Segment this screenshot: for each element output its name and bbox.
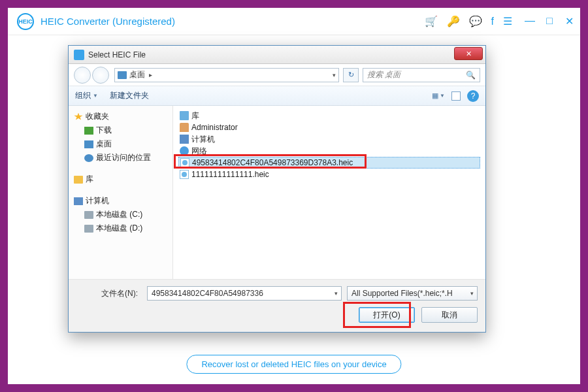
address-separator: ▸ — [149, 71, 152, 78]
tree-downloads[interactable]: 下载 — [71, 123, 170, 137]
list-item[interactable]: 计算机 — [178, 133, 480, 145]
filename-value: 49583414802C4F80A54987336 — [152, 289, 263, 298]
filename-label: 文件名(N): — [76, 288, 142, 299]
desktop-icon — [118, 71, 127, 79]
organize-menu[interactable]: 组织 ▼ — [75, 90, 98, 101]
app-window: HEIC Converter (Unregistered) 🛒 🔑 💬 f ☰ … — [8, 8, 580, 384]
download-icon — [84, 127, 93, 135]
list-item[interactable]: Administrator — [178, 122, 480, 133]
list-item[interactable]: 网络 — [178, 145, 480, 157]
search-icon: 🔍 — [466, 71, 476, 80]
app-body: Select HEIC File ✕ 桌面 ▸ ▾ ↻ 搜索 桌面 🔍 — [8, 35, 580, 384]
maximize-button[interactable]: □ — [544, 15, 555, 27]
nav-back-forward — [74, 67, 110, 84]
disk-icon — [84, 225, 93, 233]
dialog-nav-bar: 桌面 ▸ ▾ ↻ 搜索 桌面 🔍 — [69, 64, 485, 86]
desktop-icon — [84, 140, 93, 148]
file-list[interactable]: 库 Administrator 计算机 网络 49583414802C4F80A… — [173, 106, 485, 279]
dialog-close-button[interactable]: ✕ — [454, 47, 483, 60]
app-logo-icon — [17, 13, 34, 30]
address-bar[interactable]: 桌面 ▸ ▾ — [114, 68, 339, 82]
help-button[interactable]: ? — [467, 90, 479, 102]
address-text: 桌面 — [129, 69, 145, 80]
key-icon[interactable]: 🔑 — [447, 15, 460, 27]
chevron-down-icon[interactable]: ▾ — [470, 290, 474, 297]
recover-link[interactable]: Recover lost or deleted HEIC files on yo… — [186, 355, 401, 374]
chevron-down-icon: ▼ — [440, 93, 445, 99]
user-icon — [180, 123, 189, 132]
chevron-down-icon[interactable]: ▾ — [335, 290, 338, 297]
folder-tree[interactable]: 收藏夹 下载 桌面 最近访问的位置 库 计算机 本地磁盘 (C:) 本地磁盘 (… — [69, 106, 173, 279]
preview-pane-button[interactable] — [451, 91, 461, 101]
search-input[interactable]: 搜索 桌面 🔍 — [363, 68, 480, 82]
close-button[interactable]: ✕ — [563, 15, 575, 27]
heic-file-icon — [180, 158, 189, 167]
library-icon — [74, 176, 83, 184]
filename-input[interactable]: 49583414802C4F80A54987336 ▾ — [147, 286, 342, 301]
nav-forward-button[interactable] — [92, 67, 109, 84]
dialog-toolbar: 组织 ▼ 新建文件夹 ▦ ▼ ? — [69, 86, 485, 106]
tree-disk-d[interactable]: 本地磁盘 (D:) — [71, 221, 170, 235]
menu-icon[interactable]: ☰ — [503, 15, 512, 27]
dialog-titlebar: Select HEIC File ✕ — [69, 46, 485, 64]
file-open-dialog: Select HEIC File ✕ 桌面 ▸ ▾ ↻ 搜索 桌面 🔍 — [68, 45, 486, 333]
app-title: HEIC Converter (Unregistered) — [41, 16, 425, 27]
cart-icon[interactable]: 🛒 — [425, 15, 438, 27]
app-titlebar: HEIC Converter (Unregistered) 🛒 🔑 💬 f ☰ … — [8, 8, 580, 35]
heic-file-icon — [180, 170, 189, 179]
tree-desktop[interactable]: 桌面 — [71, 137, 170, 151]
list-item-selected[interactable]: 49583414802C4F80A549873369D378A3.heic — [178, 157, 480, 169]
disk-icon — [84, 211, 93, 219]
library-icon — [180, 111, 189, 120]
list-item[interactable]: 库 — [178, 110, 480, 122]
tree-computer[interactable]: 计算机 — [71, 194, 170, 208]
filetype-value: All Supported Files(*.heic;*.H — [351, 289, 453, 298]
tree-recent[interactable]: 最近访问的位置 — [71, 151, 170, 165]
list-item[interactable]: 11111111111111.heic — [178, 169, 480, 180]
chat-icon[interactable]: 💬 — [469, 15, 482, 27]
nav-back-button[interactable] — [74, 67, 91, 84]
tree-library[interactable]: 库 — [71, 172, 170, 186]
new-folder-button[interactable]: 新建文件夹 — [110, 90, 149, 101]
computer-icon — [180, 135, 189, 144]
open-button[interactable]: 打开(O) — [359, 307, 415, 323]
address-dropdown-icon[interactable]: ▾ — [333, 72, 336, 78]
window-controls: — □ ✕ — [524, 15, 575, 27]
dialog-title-icon — [74, 50, 84, 60]
dialog-main: 收藏夹 下载 桌面 最近访问的位置 库 计算机 本地磁盘 (C:) 本地磁盘 (… — [69, 106, 485, 279]
computer-icon — [74, 197, 83, 205]
view-mode-button[interactable]: ▦ ▼ — [432, 91, 445, 100]
filetype-select[interactable]: All Supported Files(*.heic;*.H ▾ — [347, 286, 478, 301]
network-icon — [180, 146, 189, 155]
chevron-down-icon: ▼ — [93, 93, 98, 99]
titlebar-actions: 🛒 🔑 💬 f ☰ — [425, 15, 512, 27]
refresh-button[interactable]: ↻ — [343, 68, 359, 82]
facebook-icon[interactable]: f — [491, 16, 494, 27]
recent-icon — [84, 154, 93, 162]
cancel-button[interactable]: 取消 — [421, 307, 478, 323]
tree-favorites[interactable]: 收藏夹 — [71, 110, 170, 123]
minimize-button[interactable]: — — [524, 15, 536, 27]
search-placeholder: 搜索 桌面 — [367, 69, 400, 80]
dialog-title: Select HEIC File — [88, 50, 146, 59]
star-icon — [74, 113, 83, 121]
dialog-bottom: 文件名(N): 49583414802C4F80A54987336 ▾ All … — [69, 279, 485, 332]
tree-disk-c[interactable]: 本地磁盘 (C:) — [71, 208, 170, 221]
